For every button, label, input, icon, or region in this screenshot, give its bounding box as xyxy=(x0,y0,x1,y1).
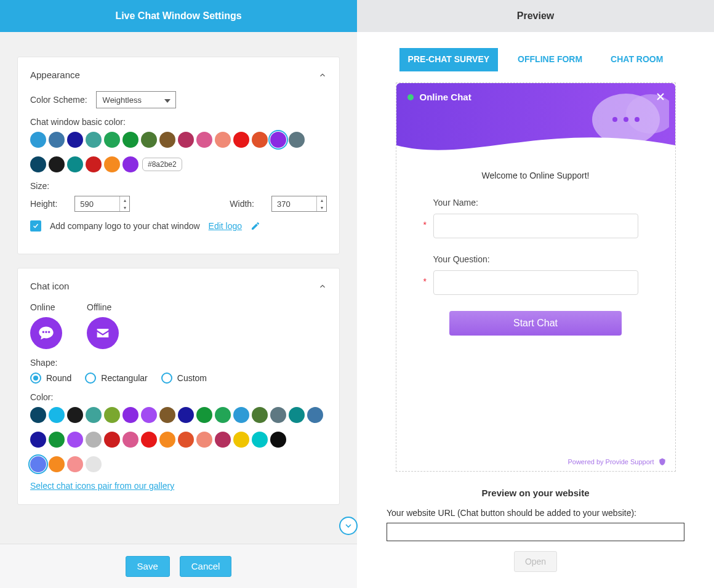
color-swatch[interactable] xyxy=(141,432,157,448)
color-swatch[interactable] xyxy=(49,156,65,172)
save-button[interactable]: Save xyxy=(126,556,170,577)
color-swatch[interactable] xyxy=(49,432,65,448)
name-input[interactable] xyxy=(433,214,638,238)
color-swatch[interactable] xyxy=(233,132,249,148)
color-swatch[interactable] xyxy=(67,132,83,148)
cancel-button[interactable]: Cancel xyxy=(180,556,232,577)
welcome-text: Welcome to Online Support! xyxy=(415,171,657,180)
color-swatch[interactable] xyxy=(122,156,138,172)
color-swatch[interactable] xyxy=(178,407,194,423)
color-swatch[interactable] xyxy=(233,407,249,423)
color-swatch[interactable] xyxy=(122,432,138,448)
radio-icon xyxy=(85,373,96,384)
shape-radio-custom[interactable]: Custom xyxy=(161,373,207,384)
color-swatch[interactable] xyxy=(252,407,268,423)
stepper-up-icon[interactable]: ▴ xyxy=(316,196,326,204)
color-swatch[interactable] xyxy=(215,132,231,148)
color-swatch[interactable] xyxy=(196,432,212,448)
settings-footer: Save Cancel xyxy=(0,544,357,588)
color-swatch[interactable] xyxy=(307,407,323,423)
gallery-link[interactable]: Select chat icons pair from our gallery xyxy=(30,481,327,491)
color-swatch[interactable] xyxy=(49,407,65,423)
color-swatch[interactable] xyxy=(233,432,249,448)
stepper-up-icon[interactable]: ▴ xyxy=(119,196,129,204)
shape-radio-rectangular[interactable]: Rectangular xyxy=(85,373,148,384)
stepper-down-icon[interactable]: ▾ xyxy=(316,204,326,211)
color-swatch[interactable] xyxy=(215,432,231,448)
settings-scroll[interactable]: Appearance Color Scheme: Weightless Chat… xyxy=(0,32,357,544)
size-label: Size: xyxy=(30,181,327,191)
height-input[interactable]: 590 ▴▾ xyxy=(74,196,130,212)
color-swatch[interactable] xyxy=(86,132,102,148)
color-swatch[interactable] xyxy=(122,407,138,423)
color-swatch[interactable] xyxy=(215,407,231,423)
color-swatch[interactable] xyxy=(104,407,120,423)
color-swatch[interactable] xyxy=(86,456,102,472)
color-swatch[interactable] xyxy=(289,407,305,423)
collapse-icon[interactable] xyxy=(318,71,327,79)
color-swatch[interactable] xyxy=(86,432,102,448)
color-swatch[interactable] xyxy=(30,132,46,148)
question-input[interactable] xyxy=(433,270,638,295)
color-swatch[interactable] xyxy=(159,432,175,448)
open-button[interactable]: Open xyxy=(514,551,557,572)
url-input[interactable] xyxy=(387,523,684,541)
stepper-down-icon[interactable]: ▾ xyxy=(119,204,129,211)
color-scheme-select[interactable]: Weightless xyxy=(96,91,176,108)
close-icon[interactable] xyxy=(654,91,667,105)
color-swatch[interactable] xyxy=(86,156,102,172)
color-swatch[interactable] xyxy=(270,432,286,448)
url-label: Your website URL (Chat button should be … xyxy=(387,508,684,518)
pencil-icon[interactable] xyxy=(251,221,260,231)
shape-radio-round[interactable]: Round xyxy=(30,373,71,384)
appearance-title: Appearance xyxy=(30,70,80,80)
basic-color-swatches-2: #8a2be2 xyxy=(30,156,327,172)
tab-chat-room[interactable]: CHAT ROOM xyxy=(602,48,672,71)
color-swatch[interactable] xyxy=(30,432,46,448)
powered-by-link[interactable]: Powered by Provide Support xyxy=(568,457,666,466)
tab-pre-chat-survey[interactable]: PRE-CHAT SURVEY xyxy=(399,48,499,71)
svg-point-3 xyxy=(624,117,628,122)
color-swatch[interactable] xyxy=(67,407,83,423)
color-swatch[interactable] xyxy=(270,407,286,423)
color-swatch[interactable] xyxy=(178,432,194,448)
color-swatch[interactable] xyxy=(196,407,212,423)
color-swatch[interactable] xyxy=(49,456,65,472)
preview-on-website-title: Preview on your website xyxy=(387,488,684,498)
online-chat-icon[interactable] xyxy=(30,317,62,349)
color-swatch[interactable] xyxy=(159,407,175,423)
color-swatch[interactable] xyxy=(30,156,46,172)
radio-label: Custom xyxy=(177,373,207,383)
color-swatch[interactable] xyxy=(30,456,46,472)
color-swatch[interactable] xyxy=(30,407,46,423)
color-swatch[interactable] xyxy=(67,456,83,472)
color-swatch[interactable] xyxy=(141,132,157,148)
offline-chat-icon[interactable] xyxy=(87,317,119,349)
color-swatch[interactable] xyxy=(252,432,268,448)
preview-scroll[interactable]: PRE-CHAT SURVEYOFFLINE FORMCHAT ROOM xyxy=(357,32,714,588)
color-swatch[interactable] xyxy=(49,132,65,148)
chat-window-body: Welcome to Online Support! Your Name: * … xyxy=(396,157,675,471)
color-swatch[interactable] xyxy=(270,132,286,148)
collapse-icon[interactable] xyxy=(318,282,327,291)
logo-checkbox[interactable] xyxy=(30,220,41,232)
color-swatch[interactable] xyxy=(196,132,212,148)
color-swatch[interactable] xyxy=(104,432,120,448)
tab-offline-form[interactable]: OFFLINE FORM xyxy=(509,48,591,71)
color-swatch[interactable] xyxy=(104,132,120,148)
start-chat-button[interactable]: Start Chat xyxy=(449,311,622,336)
color-swatch[interactable] xyxy=(252,132,268,148)
shape-radio-group: RoundRectangularCustom xyxy=(30,373,327,384)
color-swatch[interactable] xyxy=(122,132,138,148)
color-swatch[interactable] xyxy=(67,432,83,448)
expand-toggle-button[interactable] xyxy=(339,517,358,535)
color-swatch[interactable] xyxy=(178,132,194,148)
width-input[interactable]: 370 ▴▾ xyxy=(271,196,327,212)
color-swatch[interactable] xyxy=(67,156,83,172)
color-swatch[interactable] xyxy=(159,132,175,148)
color-swatch[interactable] xyxy=(86,407,102,423)
edit-logo-link[interactable]: Edit logo xyxy=(209,221,242,231)
color-swatch[interactable] xyxy=(104,156,120,172)
color-swatch[interactable] xyxy=(289,132,305,148)
color-swatch[interactable] xyxy=(141,407,157,423)
